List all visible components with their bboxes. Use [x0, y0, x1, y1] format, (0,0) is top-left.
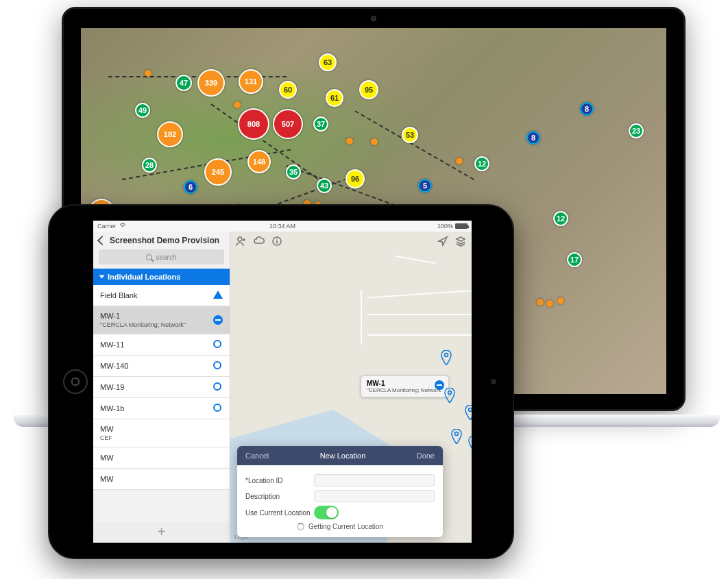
- map-pin[interactable]: [441, 350, 452, 365]
- map-dot[interactable]: [537, 299, 544, 306]
- cluster-marker[interactable]: 53: [402, 127, 418, 143]
- status-icon: [213, 474, 223, 484]
- list-item[interactable]: MW-11: [93, 334, 230, 356]
- status-icon: [213, 291, 223, 300]
- status-icon: [213, 428, 223, 438]
- spinner-icon: [297, 523, 304, 530]
- done-button[interactable]: Done: [417, 452, 435, 460]
- status-icon: [213, 382, 223, 392]
- cluster-marker[interactable]: 6: [184, 180, 197, 194]
- cluster-marker[interactable]: 63: [319, 53, 337, 71]
- description-input[interactable]: [314, 490, 435, 502]
- cluster-marker[interactable]: 60: [279, 81, 297, 99]
- cluster-marker[interactable]: 37: [313, 116, 328, 132]
- user-icon[interactable]: [236, 236, 247, 247]
- location-id-input[interactable]: [314, 474, 435, 486]
- cluster-marker[interactable]: 96: [345, 169, 365, 188]
- cluster-marker[interactable]: 507: [273, 109, 303, 139]
- cluster-marker[interactable]: 245: [204, 158, 232, 186]
- cluster-marker[interactable]: 12: [553, 211, 568, 226]
- map-toolbar: [230, 232, 472, 251]
- cloud-sync-icon[interactable]: [254, 236, 265, 247]
- layers-icon[interactable]: [455, 236, 466, 247]
- list-item[interactable]: MW-1"CERCLA Monitoring; Network": [93, 306, 230, 334]
- cluster-marker[interactable]: 182: [157, 121, 183, 147]
- map-dot[interactable]: [557, 297, 564, 304]
- location-id-label: *Location ID: [245, 477, 314, 484]
- cluster-marker[interactable]: 17: [567, 252, 582, 267]
- list-item[interactable]: Field Blank: [93, 285, 230, 306]
- map-dot[interactable]: [346, 138, 353, 145]
- map-pin[interactable]: [468, 436, 472, 451]
- cluster-marker[interactable]: 8: [580, 102, 594, 116]
- cluster-marker[interactable]: 23: [629, 123, 644, 138]
- sidebar-header[interactable]: Screenshot Demo Provision: [93, 232, 230, 249]
- map-dot[interactable]: [371, 138, 378, 145]
- cluster-marker[interactable]: 43: [317, 178, 332, 193]
- status-icon: [213, 361, 223, 371]
- camera-icon: [371, 16, 376, 21]
- cluster-marker[interactable]: 28: [142, 158, 157, 173]
- use-current-toggle[interactable]: [314, 506, 339, 519]
- cluster-marker[interactable]: 131: [239, 69, 263, 94]
- header-title: Screenshot Demo Provision: [110, 236, 219, 245]
- disclosure-icon: [99, 275, 105, 279]
- status-icon: [213, 404, 223, 413]
- search-input[interactable]: search: [99, 249, 224, 264]
- locate-icon[interactable]: [437, 236, 448, 247]
- map-pin[interactable]: [444, 388, 455, 403]
- cluster-marker[interactable]: 49: [135, 103, 150, 118]
- svg-point-3: [469, 408, 472, 412]
- getting-location-label: Getting Current Location: [308, 523, 383, 530]
- cancel-button[interactable]: Cancel: [245, 452, 269, 460]
- cluster-marker[interactable]: 47: [175, 75, 192, 91]
- status-bar: Carrier 10:34 AM 100%: [93, 221, 472, 232]
- use-current-label: Use Current Location: [245, 509, 314, 517]
- cluster-marker[interactable]: 61: [326, 89, 343, 107]
- section-header[interactable]: Individual Locations: [93, 269, 230, 285]
- info-icon[interactable]: [271, 236, 282, 247]
- cluster-marker[interactable]: 339: [197, 69, 225, 97]
- location-list: Field BlankMW-1"CERCLA Monitoring; Netwo…: [93, 285, 230, 521]
- list-item[interactable]: MW-19: [93, 377, 230, 398]
- list-item[interactable]: MW: [93, 469, 230, 490]
- back-icon[interactable]: [97, 236, 107, 245]
- home-button[interactable]: [63, 369, 88, 394]
- map-pin[interactable]: [451, 429, 462, 444]
- map-dot[interactable]: [546, 300, 553, 307]
- cluster-marker[interactable]: 35: [286, 164, 301, 180]
- cluster-marker[interactable]: 5: [418, 179, 432, 193]
- status-icon: [213, 340, 223, 349]
- road: [367, 314, 472, 315]
- map-dot[interactable]: [145, 70, 151, 77]
- field-app: Screenshot Demo Provision search Individ…: [93, 232, 472, 543]
- carrier-label: Carrier: [97, 223, 117, 230]
- list-item[interactable]: MWCEF: [93, 419, 230, 447]
- status-icon: [213, 453, 223, 463]
- map-pin[interactable]: [465, 405, 472, 420]
- list-item[interactable]: MW-140: [93, 356, 230, 377]
- clock: 10:34 AM: [269, 223, 295, 230]
- list-item[interactable]: MW: [93, 447, 230, 469]
- list-item[interactable]: MW-1b: [93, 398, 230, 419]
- section-title: Individual Locations: [108, 273, 180, 281]
- road: [367, 289, 472, 298]
- map-dot[interactable]: [456, 158, 463, 164]
- popover-header: Cancel New Location Done: [237, 446, 443, 465]
- battery-icon: [455, 223, 468, 229]
- map-dot[interactable]: [234, 101, 241, 108]
- map-view[interactable]: MW-1 "CERCLA Monitoring; Network" Legal …: [230, 232, 472, 543]
- tablet-camera-icon: [491, 379, 496, 384]
- status-icon: [213, 315, 223, 325]
- add-location-button[interactable]: +: [93, 521, 230, 543]
- cluster-marker[interactable]: 8: [526, 131, 540, 145]
- map-callout[interactable]: MW-1 "CERCLA Monitoring; Network": [361, 375, 449, 397]
- cluster-marker[interactable]: 148: [247, 150, 271, 173]
- sidebar: Screenshot Demo Provision search Individ…: [93, 232, 230, 543]
- cluster-marker[interactable]: 12: [474, 156, 489, 171]
- svg-point-0: [238, 237, 242, 241]
- cluster-marker[interactable]: 808: [238, 108, 269, 140]
- cluster-marker[interactable]: 95: [359, 80, 378, 99]
- callout-title: MW-1: [367, 380, 443, 387]
- tablet-device: Carrier 10:34 AM 100% Screenshot Demo Pr…: [48, 204, 514, 559]
